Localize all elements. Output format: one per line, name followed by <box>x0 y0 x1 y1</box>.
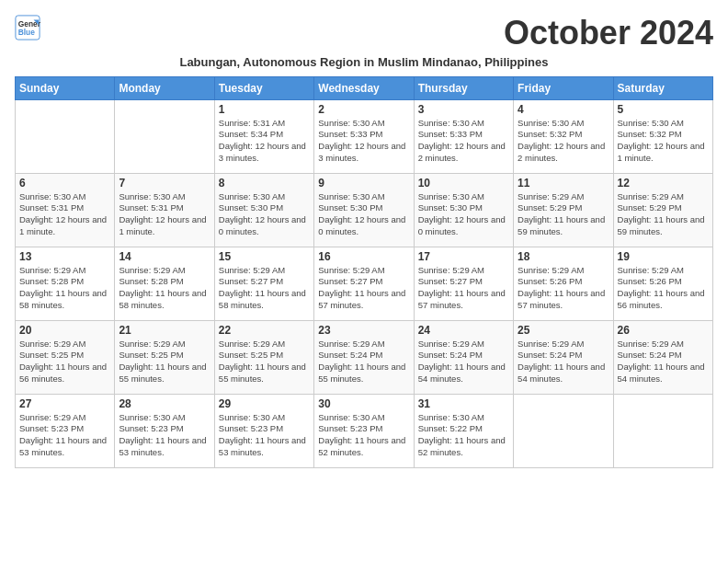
calendar-cell: 25Sunrise: 5:29 AM Sunset: 5:24 PM Dayli… <box>514 320 613 394</box>
calendar: SundayMondayTuesdayWednesdayThursdayFrid… <box>15 76 713 468</box>
calendar-cell <box>115 99 214 173</box>
day-header-sunday: Sunday <box>16 76 115 99</box>
calendar-cell: 28Sunrise: 5:30 AM Sunset: 5:23 PM Dayli… <box>115 394 214 467</box>
day-info: Sunrise: 5:30 AM Sunset: 5:22 PM Dayligh… <box>418 412 509 459</box>
day-number: 18 <box>518 250 609 263</box>
calendar-cell: 16Sunrise: 5:29 AM Sunset: 5:27 PM Dayli… <box>314 247 414 320</box>
calendar-cell: 10Sunrise: 5:30 AM Sunset: 5:30 PM Dayli… <box>414 173 513 247</box>
day-number: 8 <box>219 177 310 190</box>
day-number: 24 <box>418 324 509 337</box>
day-info: Sunrise: 5:30 AM Sunset: 5:31 PM Dayligh… <box>19 191 110 238</box>
calendar-cell: 19Sunrise: 5:29 AM Sunset: 5:26 PM Dayli… <box>613 247 712 320</box>
day-number: 7 <box>119 177 210 190</box>
day-number: 15 <box>219 250 310 263</box>
day-info: Sunrise: 5:30 AM Sunset: 5:30 PM Dayligh… <box>219 191 310 238</box>
svg-text:Blue: Blue <box>18 28 35 37</box>
day-info: Sunrise: 5:29 AM Sunset: 5:28 PM Dayligh… <box>119 265 210 312</box>
calendar-cell <box>16 99 115 173</box>
day-number: 10 <box>418 177 509 190</box>
header: General Blue General Blue October 2024 <box>15 15 713 52</box>
subtitle: Labungan, Autonomous Region in Muslim Mi… <box>15 55 713 69</box>
calendar-cell: 30Sunrise: 5:30 AM Sunset: 5:23 PM Dayli… <box>314 394 414 467</box>
day-info: Sunrise: 5:30 AM Sunset: 5:33 PM Dayligh… <box>418 118 509 165</box>
logo: General Blue General Blue <box>15 15 40 40</box>
calendar-cell: 18Sunrise: 5:29 AM Sunset: 5:26 PM Dayli… <box>514 247 613 320</box>
calendar-cell: 15Sunrise: 5:29 AM Sunset: 5:27 PM Dayli… <box>214 247 313 320</box>
day-info: Sunrise: 5:29 AM Sunset: 5:27 PM Dayligh… <box>318 265 409 312</box>
calendar-cell: 3Sunrise: 5:30 AM Sunset: 5:33 PM Daylig… <box>414 99 513 173</box>
day-info: Sunrise: 5:30 AM Sunset: 5:23 PM Dayligh… <box>318 412 409 459</box>
calendar-cell: 20Sunrise: 5:29 AM Sunset: 5:25 PM Dayli… <box>16 320 115 394</box>
calendar-cell: 26Sunrise: 5:29 AM Sunset: 5:24 PM Dayli… <box>613 320 712 394</box>
calendar-cell: 29Sunrise: 5:30 AM Sunset: 5:23 PM Dayli… <box>214 394 313 467</box>
day-number: 30 <box>318 397 409 410</box>
day-number: 12 <box>618 177 709 190</box>
day-info: Sunrise: 5:29 AM Sunset: 5:24 PM Dayligh… <box>618 339 709 385</box>
day-info: Sunrise: 5:29 AM Sunset: 5:25 PM Dayligh… <box>119 339 210 385</box>
calendar-cell: 21Sunrise: 5:29 AM Sunset: 5:25 PM Dayli… <box>115 320 214 394</box>
calendar-cell: 23Sunrise: 5:29 AM Sunset: 5:24 PM Dayli… <box>314 320 414 394</box>
day-number: 11 <box>518 177 609 190</box>
day-number: 20 <box>19 324 110 337</box>
calendar-cell <box>613 394 712 467</box>
day-number: 9 <box>318 177 409 190</box>
day-number: 22 <box>219 324 310 337</box>
day-number: 17 <box>418 250 509 263</box>
calendar-cell: 13Sunrise: 5:29 AM Sunset: 5:28 PM Dayli… <box>16 247 115 320</box>
day-info: Sunrise: 5:30 AM Sunset: 5:32 PM Dayligh… <box>518 118 609 165</box>
calendar-cell: 7Sunrise: 5:30 AM Sunset: 5:31 PM Daylig… <box>115 173 214 247</box>
day-number: 2 <box>318 103 409 116</box>
day-number: 29 <box>219 397 310 410</box>
day-info: Sunrise: 5:29 AM Sunset: 5:24 PM Dayligh… <box>418 339 509 385</box>
day-info: Sunrise: 5:30 AM Sunset: 5:32 PM Dayligh… <box>618 118 709 165</box>
day-number: 5 <box>618 103 709 116</box>
calendar-cell: 22Sunrise: 5:29 AM Sunset: 5:25 PM Dayli… <box>214 320 313 394</box>
calendar-week-row: 27Sunrise: 5:29 AM Sunset: 5:23 PM Dayli… <box>16 394 713 467</box>
day-info: Sunrise: 5:31 AM Sunset: 5:34 PM Dayligh… <box>219 118 310 165</box>
day-number: 13 <box>19 250 110 263</box>
day-info: Sunrise: 5:29 AM Sunset: 5:26 PM Dayligh… <box>618 265 709 312</box>
calendar-cell: 31Sunrise: 5:30 AM Sunset: 5:22 PM Dayli… <box>414 394 513 467</box>
day-info: Sunrise: 5:29 AM Sunset: 5:27 PM Dayligh… <box>418 265 509 312</box>
calendar-cell: 2Sunrise: 5:30 AM Sunset: 5:33 PM Daylig… <box>314 99 414 173</box>
day-info: Sunrise: 5:29 AM Sunset: 5:29 PM Dayligh… <box>518 191 609 238</box>
calendar-cell: 27Sunrise: 5:29 AM Sunset: 5:23 PM Dayli… <box>16 394 115 467</box>
day-info: Sunrise: 5:29 AM Sunset: 5:24 PM Dayligh… <box>518 339 609 385</box>
day-info: Sunrise: 5:30 AM Sunset: 5:33 PM Dayligh… <box>318 118 409 165</box>
calendar-cell: 1Sunrise: 5:31 AM Sunset: 5:34 PM Daylig… <box>214 99 313 173</box>
day-header-thursday: Thursday <box>414 76 513 99</box>
day-info: Sunrise: 5:29 AM Sunset: 5:27 PM Dayligh… <box>219 265 310 312</box>
day-header-saturday: Saturday <box>613 76 712 99</box>
day-info: Sunrise: 5:29 AM Sunset: 5:28 PM Dayligh… <box>19 265 110 312</box>
day-info: Sunrise: 5:30 AM Sunset: 5:30 PM Dayligh… <box>418 191 509 238</box>
day-info: Sunrise: 5:29 AM Sunset: 5:25 PM Dayligh… <box>19 339 110 385</box>
calendar-cell: 24Sunrise: 5:29 AM Sunset: 5:24 PM Dayli… <box>414 320 513 394</box>
day-info: Sunrise: 5:30 AM Sunset: 5:23 PM Dayligh… <box>219 412 310 459</box>
day-number: 27 <box>19 397 110 410</box>
day-header-wednesday: Wednesday <box>314 76 414 99</box>
day-info: Sunrise: 5:30 AM Sunset: 5:31 PM Dayligh… <box>119 191 210 238</box>
day-info: Sunrise: 5:30 AM Sunset: 5:30 PM Dayligh… <box>318 191 409 238</box>
day-number: 25 <box>518 324 609 337</box>
day-number: 14 <box>119 250 210 263</box>
day-number: 21 <box>119 324 210 337</box>
day-number: 6 <box>19 177 110 190</box>
calendar-week-row: 13Sunrise: 5:29 AM Sunset: 5:28 PM Dayli… <box>16 247 713 320</box>
day-info: Sunrise: 5:29 AM Sunset: 5:24 PM Dayligh… <box>318 339 409 385</box>
calendar-cell: 6Sunrise: 5:30 AM Sunset: 5:31 PM Daylig… <box>16 173 115 247</box>
calendar-cell: 4Sunrise: 5:30 AM Sunset: 5:32 PM Daylig… <box>514 99 613 173</box>
title-area: October 2024 <box>504 15 713 52</box>
day-info: Sunrise: 5:29 AM Sunset: 5:23 PM Dayligh… <box>19 412 110 459</box>
day-header-friday: Friday <box>514 76 613 99</box>
calendar-week-row: 6Sunrise: 5:30 AM Sunset: 5:31 PM Daylig… <box>16 173 713 247</box>
calendar-cell <box>514 394 613 467</box>
calendar-cell: 8Sunrise: 5:30 AM Sunset: 5:30 PM Daylig… <box>214 173 313 247</box>
calendar-week-row: 1Sunrise: 5:31 AM Sunset: 5:34 PM Daylig… <box>16 99 713 173</box>
calendar-cell: 14Sunrise: 5:29 AM Sunset: 5:28 PM Dayli… <box>115 247 214 320</box>
day-number: 31 <box>418 397 509 410</box>
day-number: 19 <box>618 250 709 263</box>
calendar-cell: 5Sunrise: 5:30 AM Sunset: 5:32 PM Daylig… <box>613 99 712 173</box>
calendar-week-row: 20Sunrise: 5:29 AM Sunset: 5:25 PM Dayli… <box>16 320 713 394</box>
calendar-cell: 11Sunrise: 5:29 AM Sunset: 5:29 PM Dayli… <box>514 173 613 247</box>
calendar-header-row: SundayMondayTuesdayWednesdayThursdayFrid… <box>16 76 713 99</box>
